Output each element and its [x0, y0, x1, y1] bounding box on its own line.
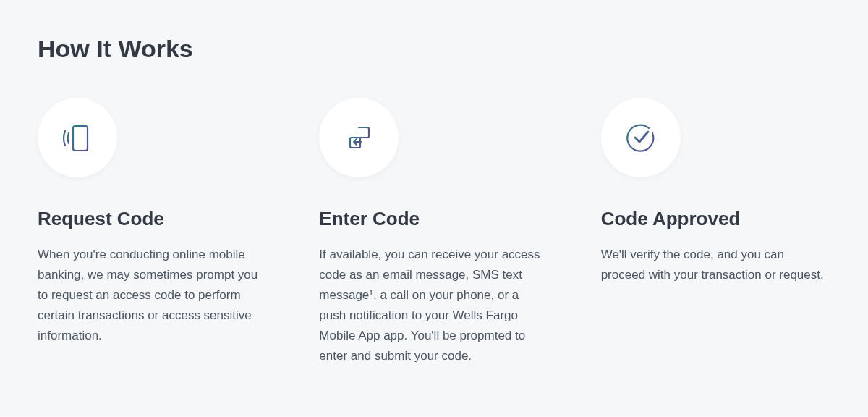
step-request-code: Request Code When you're conducting onli… — [38, 98, 267, 366]
svg-rect-0 — [73, 126, 88, 151]
icon-circle — [601, 98, 681, 177]
step-title: Enter Code — [319, 208, 548, 230]
step-description: When you're conducting online mobile ban… — [38, 245, 267, 346]
icon-circle — [319, 98, 399, 177]
enter-code-icon — [339, 117, 379, 158]
phone-signal-icon — [57, 117, 98, 158]
step-description: We'll verify the code, and you can proce… — [601, 245, 830, 285]
step-enter-code: Enter Code If available, you can receive… — [319, 98, 548, 366]
steps-row: Request Code When you're conducting onli… — [38, 98, 830, 366]
step-description: If available, you can receive your acces… — [319, 245, 548, 366]
step-title: Code Approved — [601, 208, 830, 230]
check-circle-icon — [621, 117, 661, 158]
step-title: Request Code — [38, 208, 267, 230]
icon-circle — [38, 98, 117, 177]
step-code-approved: Code Approved We'll verify the code, and… — [601, 98, 830, 366]
section-title: How It Works — [38, 35, 830, 63]
